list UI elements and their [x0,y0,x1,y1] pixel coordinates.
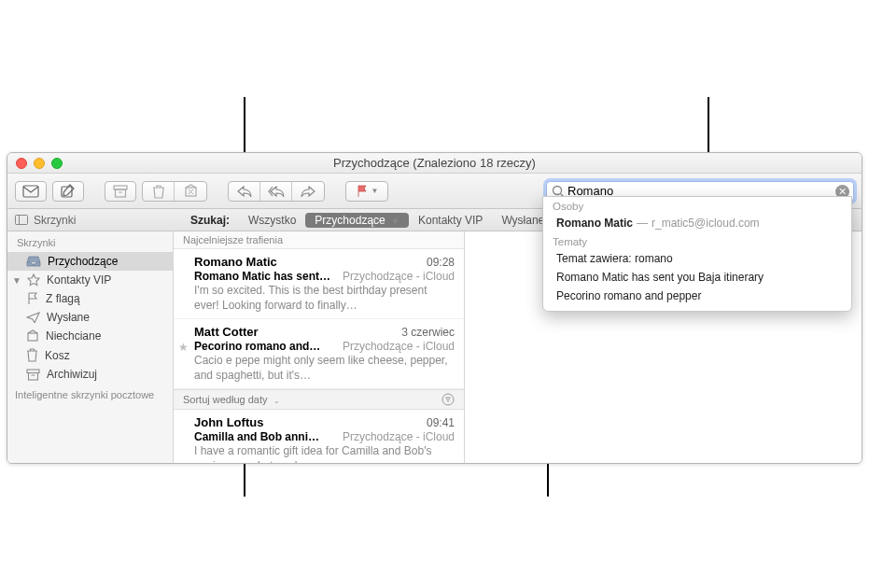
reply-icon [237,186,252,197]
sort-label: Sortuj według daty [183,394,268,405]
suggestion-topic[interactable]: Pecorino romano and pepper [543,287,851,305]
junk-button[interactable] [175,182,206,201]
junk-icon [184,184,198,198]
archive-icon [26,369,40,381]
mailbox-label: Przychodzące [48,255,118,268]
forward-button[interactable] [292,182,324,201]
suggestion-text: Temat zawiera: romano [556,252,673,265]
svg-rect-2 [114,186,127,189]
scope-tab-all[interactable]: Wszystko [239,212,305,229]
delete-group [142,181,207,202]
message-preview: I have a romantic gift idea for Camilla … [194,444,455,463]
svg-rect-3 [116,189,126,197]
compose-icon [61,184,76,199]
message-date: 3 czerwiec [401,326,455,339]
sidebar-smart-title: Inteligentne skrzynki pocztowe [7,384,173,406]
star-icon [27,273,40,287]
message-subject: Romano Matic has sent… [194,270,330,283]
mailbox-inbox[interactable]: Przychodzące [7,252,173,271]
mailbox-label: Z flagą [46,292,80,305]
message-from: John Loftus [194,415,263,429]
svg-point-8 [554,186,562,194]
archive-button[interactable] [105,181,136,202]
mailboxes-label: Skrzynki [34,214,76,227]
svg-rect-0 [23,186,38,197]
suggestion-text: Romano Matic has sent you Baja itinerary [556,271,764,284]
chevron-down-icon: ⌄ [273,397,280,405]
mailbox-label: Kontakty VIP [47,273,111,287]
disclosure-triangle-icon[interactable]: ▼ [12,275,21,286]
reply-button[interactable] [229,182,260,201]
flag-button[interactable]: ▼ [345,181,388,202]
chevron-down-icon: ▼ [371,187,379,195]
window-title: Przychodzące (Znaleziono 18 rzeczy) [7,156,862,170]
window-controls [7,158,63,169]
scope-tab-inbox-label: Przychodzące [315,214,385,227]
message-location: Przychodzące - iCloud [343,430,455,443]
titlebar: Przychodzące (Znaleziono 18 rzeczy) [7,153,862,174]
reply-group [228,181,325,202]
mailbox-trash[interactable]: Kosz [7,345,173,365]
sidebar-icon [15,215,28,225]
svg-rect-14 [29,372,38,380]
message-item[interactable]: ★ Matt Cotter 3 czerwiec Pecorino romano… [174,319,464,389]
get-mail-button[interactable] [15,181,47,202]
mailbox-archive[interactable]: Archiwizuj [7,365,173,384]
vip-star-icon: ★ [178,341,189,354]
envelope-icon [22,185,39,198]
message-list: Najcelniejsze trafienia Romano Matic 09:… [174,231,465,463]
mailbox-vip[interactable]: ▼ Kontakty VIP [7,271,173,289]
mailbox-flagged[interactable]: Z flagą [7,289,173,308]
flag-icon [26,292,39,305]
message-item[interactable]: Romano Matic 09:28 Romano Matic has sent… [174,249,464,319]
message-location: Przychodzące - iCloud [343,340,455,353]
close-window-button[interactable] [16,158,27,169]
junk-icon [26,329,39,343]
svg-rect-10 [16,216,28,225]
reply-all-button[interactable] [260,182,292,201]
message-preview: I'm so excited. This is the best birthda… [194,284,455,313]
suggestion-person-name: Romano Matic [556,217,633,230]
trash-icon [152,184,165,199]
chevron-down-icon: ▼ [391,217,399,226]
zoom-window-button[interactable] [51,158,63,169]
filter-icon[interactable] [442,393,455,406]
mail-window: Przychodzące (Znaleziono 18 rzeczy) [7,152,862,464]
sort-bar[interactable]: Sortuj według daty ⌄ [174,389,464,410]
archive-icon [113,185,128,198]
minimize-window-button[interactable] [34,158,45,169]
suggestion-topic[interactable]: Temat zawiera: romano [543,249,851,268]
sidebar-title: Skrzynki [7,231,173,252]
sidebar: Skrzynki Przychodzące ▼ Kontakty VIP Z f… [7,231,174,463]
delete-button[interactable] [143,182,175,201]
compose-button[interactable] [52,181,84,202]
suggestion-person-email: r_matic5@icloud.com [652,217,760,230]
scope-tab-vip[interactable]: Kontakty VIP [409,212,492,229]
suggestion-text: Pecorino romano and pepper [556,289,701,302]
message-subject: Pecorino romano and… [194,340,320,353]
inbox-icon [26,256,41,267]
svg-rect-12 [28,333,37,341]
suggestion-person[interactable]: Romano Matic — r_matic5@icloud.com [543,214,851,232]
sent-icon [26,312,40,323]
mailbox-label: Archiwizuj [47,368,97,381]
search-suggestions: Osoby Romano Matic — r_matic5@icloud.com… [542,196,852,312]
message-date: 09:28 [427,256,455,269]
mailbox-label: Kosz [45,349,70,362]
reply-all-icon [268,186,285,197]
message-date: 09:41 [427,416,455,429]
suggestion-topic[interactable]: Romano Matic has sent you Baja itinerary [543,268,851,287]
suggestions-topics-header: Tematy [543,232,851,249]
message-subject: Camilla and Bob anni… [194,430,319,443]
scope-tab-inbox[interactable]: Przychodzące ▼ [305,213,409,228]
top-hits-header: Najcelniejsze trafienia [174,231,464,249]
mailbox-sent[interactable]: Wysłane [7,308,173,327]
message-location: Przychodzące - iCloud [343,270,455,283]
mailbox-label: Wysłane [47,311,90,324]
message-from: Matt Cotter [194,325,259,339]
mailboxes-toggle[interactable]: Skrzynki [15,214,181,227]
message-item[interactable]: John Loftus 09:41 Camilla and Bob anni… … [174,410,464,463]
message-from: Romano Matic [194,255,277,269]
mailbox-junk[interactable]: Niechciane [7,327,173,345]
forward-icon [301,186,315,197]
